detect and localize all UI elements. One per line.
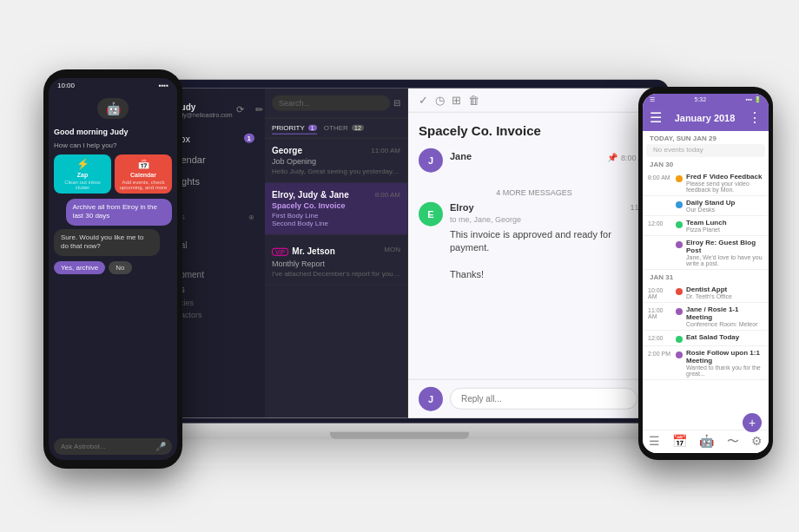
jan31-label: JAN 31 bbox=[643, 270, 769, 283]
event-time-jane-meeting: 11:00 AM bbox=[648, 307, 672, 319]
email-time-2: 8:00 AM bbox=[375, 190, 400, 198]
phone-right-screen: ☰ 5:32 ▪▪▪ 🔋 ☰ January 2018 ⋮ TODAY, SUN… bbox=[643, 94, 769, 453]
sidebar-actions: ⟳ ✏ bbox=[232, 102, 267, 117]
email-item-top-3: VIPMr. Jetson MON bbox=[272, 241, 400, 257]
compose-input[interactable] bbox=[450, 388, 637, 410]
tab-priority[interactable]: PRIORITY 1 bbox=[272, 122, 317, 134]
thread-toolbar: ✓ ◷ ⊞ 🗑 bbox=[419, 93, 479, 106]
event-info-jane-meeting: Jane / Rosie 1-1 Meeting Conference Room… bbox=[686, 305, 763, 327]
check-icon[interactable]: ✓ bbox=[419, 93, 428, 106]
vip-badge: VIP bbox=[272, 247, 288, 255]
event-dot-rosie bbox=[676, 351, 683, 358]
user-message: Archive all from Elroy in the last 30 da… bbox=[66, 199, 172, 226]
phone-left-content: 🤖 Good morning Judy How can I help you? … bbox=[49, 93, 177, 460]
add-folder-icon[interactable]: ⊕ bbox=[248, 213, 255, 220]
compose-avatar: J bbox=[419, 386, 443, 410]
msg-sender-elroy: Elroy bbox=[450, 201, 474, 212]
event-lunch: 12:00 Team Lunch Pizza Planet bbox=[643, 216, 769, 236]
event-info-elroy: Elroy Re: Guest Blog Post Jane, We'd lov… bbox=[686, 239, 763, 266]
cal-label: Calendar bbox=[130, 172, 156, 178]
laptop-base bbox=[130, 423, 669, 438]
nav-menu-icon[interactable]: ☰ bbox=[649, 434, 660, 450]
quick-actions: ⚡ Zap Clean out inbox clutter 📅 Calendar… bbox=[54, 154, 172, 194]
filter-icon[interactable]: ⊟ bbox=[393, 98, 400, 108]
phone-right-shell: ☰ 5:32 ▪▪▪ 🔋 ☰ January 2018 ⋮ TODAY, SUN… bbox=[638, 87, 773, 460]
phone-input[interactable] bbox=[61, 443, 152, 450]
phone-right: ☰ 5:32 ▪▪▪ 🔋 ☰ January 2018 ⋮ TODAY, SUN… bbox=[638, 87, 773, 460]
msg-meta-jane: Jane 📌 8:00 AM bbox=[450, 148, 650, 165]
pin-icon: 📌 bbox=[607, 152, 617, 161]
event-salad: 12:00 Eat Salad Today bbox=[643, 331, 769, 346]
phone-left-status: 10:00 ▪▪▪▪ bbox=[49, 78, 177, 93]
event-time-rosie: 2:00 PM bbox=[648, 351, 672, 357]
thread-compose: J ⤴ bbox=[408, 378, 660, 417]
email-item-george[interactable]: George 11:00 AM Job Opening Hello Judy, … bbox=[265, 138, 407, 182]
email-subject-2: Spacely Co. Invoice bbox=[272, 200, 400, 209]
msg-body-elroy: to me, Jane, George bbox=[450, 213, 650, 225]
right-bottom-nav: ☰ 📅 🤖 〜 ⚙ + bbox=[643, 430, 769, 453]
event-dot-lunch bbox=[676, 221, 683, 228]
phone-left-screen: 10:00 ▪▪▪▪ 🤖 Good morning Judy How can I… bbox=[49, 78, 177, 460]
fab-button[interactable]: + bbox=[743, 413, 762, 432]
event-dot-jane-meeting bbox=[676, 308, 683, 315]
nav-insights-icon[interactable]: 〜 bbox=[727, 434, 739, 450]
mic-icon[interactable]: 🎤 bbox=[155, 442, 166, 451]
event-dot-elroy bbox=[676, 241, 683, 248]
event-title-jane-meeting: Jane / Rosie 1-1 Meeting bbox=[686, 305, 763, 321]
nav-settings-icon[interactable]: ⚙ bbox=[751, 434, 763, 450]
calendar-button[interactable]: 📅 Calendar Add events, check upcoming, a… bbox=[115, 154, 172, 194]
more-messages[interactable]: 4 MORE MESSAGES bbox=[419, 182, 650, 201]
phone-left-shell: 10:00 ▪▪▪▪ 🤖 Good morning Judy How can I… bbox=[43, 69, 182, 469]
zap-button[interactable]: ⚡ Zap Clean out inbox clutter bbox=[54, 154, 111, 194]
right-status-right: ▪▪▪ 🔋 bbox=[746, 96, 762, 103]
email-item-elroy[interactable]: Elroy, Judy & Jane 8:00 AM Spacely Co. I… bbox=[265, 182, 407, 234]
yes-button[interactable]: Yes, archive bbox=[54, 261, 105, 274]
event-sub-rosie: Wanted to thank you for the great... bbox=[686, 365, 763, 377]
tab-other[interactable]: OTHER 12 bbox=[324, 122, 364, 134]
email-item-jetson[interactable]: VIPMr. Jetson MON Monthly Report I've at… bbox=[265, 234, 407, 285]
clock-icon[interactable]: ◷ bbox=[435, 93, 445, 106]
nav-calendar-icon[interactable]: 📅 bbox=[672, 434, 687, 450]
phone-greeting: Good morning Judy bbox=[54, 128, 172, 136]
no-button[interactable]: No bbox=[109, 261, 131, 274]
event-info-fred: Fred F Video Feedback Please send your v… bbox=[686, 173, 763, 193]
astrobot-icon: 🤖 bbox=[97, 98, 129, 119]
calendar-content: TODAY, SUN JAN 29 No events today JAN 30… bbox=[643, 131, 769, 430]
event-sub-jane-meeting: Conference Room: Meteor bbox=[686, 321, 763, 327]
compose-icon[interactable]: ⟳ bbox=[232, 102, 248, 117]
event-info-rosie: Rosie Follow upon 1:1 Meeting Wanted to … bbox=[686, 349, 763, 377]
avatar-elroy: E bbox=[419, 201, 443, 226]
msg-sender-jane: Jane bbox=[450, 150, 472, 161]
trash-icon[interactable]: 🗑 bbox=[468, 93, 479, 106]
event-rosie-followup: 2:00 PM Rosie Follow upon 1:1 Meeting Wa… bbox=[643, 346, 769, 380]
email-item-top: George 11:00 AM bbox=[272, 145, 400, 154]
event-sub-lunch: Pizza Planet bbox=[686, 227, 763, 233]
today-label: TODAY, SUN JAN 29 bbox=[643, 131, 769, 144]
event-title-dentist: Dentist Appt bbox=[686, 286, 763, 293]
thread-header: ✓ ◷ ⊞ 🗑 ⤴ bbox=[408, 88, 660, 112]
event-dot-fred bbox=[676, 175, 683, 182]
zap-icon: ⚡ bbox=[76, 158, 89, 170]
chat-messages: Archive all from Elroy in the last 30 da… bbox=[54, 199, 172, 433]
right-menu-icon[interactable]: ☰ bbox=[650, 109, 662, 126]
nav-bot-icon[interactable]: 🤖 bbox=[699, 434, 714, 450]
folder-icon[interactable]: ⊞ bbox=[452, 93, 461, 106]
right-more-icon[interactable]: ⋮ bbox=[748, 109, 762, 126]
status-right-left: ▪▪▪▪ bbox=[159, 82, 168, 89]
event-sub-dentist: Dr. Teeth's Office bbox=[686, 293, 763, 299]
avatar-jane: J bbox=[419, 148, 443, 172]
event-title-fred: Fred F Video Feedback bbox=[686, 173, 763, 181]
zap-label: Zap bbox=[77, 172, 88, 178]
user-email: judy@helloastro.com bbox=[175, 111, 232, 117]
cal-desc: Add events, check upcoming, and more bbox=[118, 180, 168, 190]
laptop-screen-content: A Judy judy@helloastro.com ⟳ ✏ ✉ Inbox 1 bbox=[139, 88, 660, 417]
inbox-badge: 1 bbox=[244, 134, 254, 143]
event-title-rosie: Rosie Follow upon 1:1 Meeting bbox=[686, 349, 763, 365]
search-input[interactable] bbox=[272, 95, 390, 110]
email-list-header: ⊟ bbox=[265, 88, 407, 118]
event-time-salad: 12:00 bbox=[648, 335, 672, 341]
event-fred: 8:00 AM Fred F Video Feedback Please sen… bbox=[643, 170, 769, 196]
phone-left: 10:00 ▪▪▪▪ 🤖 Good morning Judy How can I… bbox=[43, 69, 182, 469]
sender-name: George bbox=[272, 145, 302, 154]
right-status-left: ☰ bbox=[650, 96, 655, 103]
